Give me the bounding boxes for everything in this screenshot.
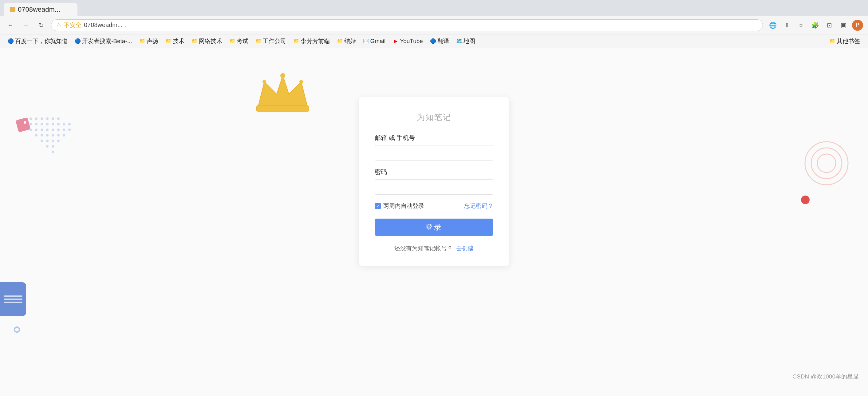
security-warning: ⚠	[56, 22, 61, 29]
login-card: 为知笔记 邮箱 或 手机号 密码 ✓ 两周内自动登录 忘记密码？ 登录 还没有为…	[359, 97, 509, 266]
crown-decoration	[252, 66, 313, 116]
register-link[interactable]: 去创建	[456, 245, 474, 251]
login-button[interactable]: 登录	[375, 219, 493, 236]
folder-icon-6: 📁	[293, 38, 299, 44]
cast-icon-button[interactable]: ⊡	[824, 20, 835, 31]
bookmark-tech-label: 技术	[173, 37, 184, 45]
share-icon-button[interactable]: ⇧	[781, 20, 793, 31]
folder-icon-4: 📁	[229, 38, 235, 44]
tab-bar: 0708weadm...	[0, 0, 868, 16]
translate-icon-button[interactable]: 🌐	[767, 20, 778, 31]
bookmark-wedding[interactable]: 📁 结婚	[334, 36, 359, 47]
bookmark-devsearch-label: 开发者搜索-Beta-...	[82, 37, 132, 45]
bookmark-maps[interactable]: 🗺️ 地图	[453, 36, 478, 47]
back-button[interactable]: ←	[5, 20, 16, 31]
svg-point-15	[35, 123, 37, 125]
bookmark-gmail[interactable]: ✉️ Gmail	[360, 37, 389, 46]
bookmark-tech[interactable]: 📁 技术	[163, 36, 187, 47]
bookmark-other[interactable]: 📁 其他书签	[827, 36, 863, 47]
bookmark-shengyang[interactable]: 📁 声扬	[136, 36, 161, 47]
folder-icon-7: 📁	[337, 38, 343, 44]
svg-point-30	[35, 134, 37, 136]
folder-icon-3: 📁	[192, 38, 197, 44]
auto-login-label: 两周内自动登录	[383, 202, 424, 210]
svg-point-4	[299, 80, 303, 84]
bookmark-nettech-label: 网络技术	[199, 37, 222, 45]
forgot-password-link[interactable]: 忘记密码？	[464, 202, 493, 210]
bookmarks-bar: 🔵 百度一下，你就知道 🔵 开发者搜索-Beta-... 📁 声扬 📁 技术 📁…	[0, 34, 868, 48]
svg-point-10	[40, 117, 43, 120]
gmail-icon: ✉️	[363, 38, 369, 44]
email-input[interactable]	[375, 145, 493, 160]
bookmark-exam[interactable]: 📁 考试	[226, 36, 251, 47]
bookmark-exam-label: 考试	[237, 37, 248, 45]
address-suffix: .	[125, 22, 127, 29]
svg-point-26	[52, 128, 54, 131]
password-form-group: 密码	[375, 168, 493, 194]
tab-title: 0708weadm...	[18, 5, 60, 13]
page-content: // We'll render dots directly ⚬ /* rende…	[0, 48, 868, 396]
folder-icon-1: 📁	[140, 38, 145, 44]
svg-point-8	[30, 117, 32, 120]
svg-point-32	[46, 134, 49, 136]
svg-point-36	[40, 140, 43, 142]
password-label: 密码	[375, 168, 493, 176]
bookmark-youtube[interactable]: ▶ YouTube	[390, 37, 426, 46]
svg-point-13	[57, 117, 60, 120]
maps-icon: 🗺️	[457, 38, 462, 44]
security-warning-text: 不安全	[64, 21, 82, 29]
bookmark-wedding-label: 结婚	[344, 37, 356, 45]
svg-point-41	[52, 145, 54, 148]
note-line-1	[4, 296, 23, 297]
svg-point-17	[46, 123, 49, 125]
svg-point-24	[40, 128, 43, 131]
bookmark-maps-label: 地图	[464, 37, 475, 45]
bookmark-icon-button[interactable]: ☆	[796, 20, 807, 31]
youtube-icon: ▶	[393, 38, 398, 44]
svg-rect-1	[257, 106, 309, 111]
sidebar-icon-button[interactable]: ▣	[838, 20, 849, 31]
forward-button[interactable]: →	[20, 20, 31, 31]
svg-point-21	[68, 123, 71, 125]
svg-point-42	[52, 151, 54, 153]
svg-point-29	[68, 128, 71, 131]
baidu-icon: 🔵	[8, 38, 13, 44]
devsearch-icon: 🔵	[75, 38, 81, 44]
note-decoration	[0, 282, 26, 316]
hook-decoration: ⚬	[6, 317, 28, 343]
profile-avatar[interactable]: P	[852, 20, 863, 31]
svg-point-6	[811, 148, 842, 179]
svg-point-25	[46, 128, 49, 131]
extensions-icon-button[interactable]: 🧩	[810, 20, 821, 31]
active-tab[interactable]: 0708weadm...	[4, 3, 78, 16]
refresh-button[interactable]: ↻	[36, 20, 47, 31]
bookmark-devsearch[interactable]: 🔵 开发者搜索-Beta-...	[72, 36, 135, 47]
svg-point-22	[30, 128, 32, 131]
form-options: ✓ 两周内自动登录 忘记密码？	[375, 202, 493, 210]
folder-icon-5: 📁	[256, 38, 261, 44]
svg-point-12	[52, 117, 54, 120]
svg-point-31	[40, 134, 43, 136]
bookmark-lifangfang[interactable]: 📁 李芳芳前端	[290, 36, 333, 47]
bookmark-translate[interactable]: 🔵 翻译	[427, 36, 452, 47]
scatter-dots-decoration: /* rendered via CSS */	[28, 116, 77, 157]
bookmark-company[interactable]: 📁 工作公司	[253, 36, 289, 47]
bookmark-baidu[interactable]: 🔵 百度一下，你就知道	[5, 36, 71, 47]
bookmark-company-label: 工作公司	[263, 37, 286, 45]
browser-frame: 0708weadm... ← → ↻ ⚠ 不安全 0708weadm... . …	[0, 0, 868, 396]
svg-point-18	[52, 123, 54, 125]
folder-icon-2: 📁	[166, 38, 171, 44]
svg-point-27	[57, 128, 60, 131]
svg-point-11	[46, 117, 49, 120]
auto-login-checkbox[interactable]: ✓	[375, 203, 381, 209]
password-input[interactable]	[375, 179, 493, 194]
svg-point-34	[57, 134, 60, 136]
address-bar[interactable]: ⚠ 不安全 0708weadm... .	[51, 19, 763, 31]
email-form-group: 邮箱 或 手机号	[375, 134, 493, 160]
note-line-2	[4, 299, 23, 300]
auto-login-checkbox-label[interactable]: ✓ 两周内自动登录	[375, 202, 424, 210]
svg-point-19	[57, 123, 60, 125]
circles-decoration	[803, 140, 849, 186]
bookmark-nettech[interactable]: 📁 网络技术	[189, 36, 225, 47]
tab-favicon	[10, 7, 16, 12]
